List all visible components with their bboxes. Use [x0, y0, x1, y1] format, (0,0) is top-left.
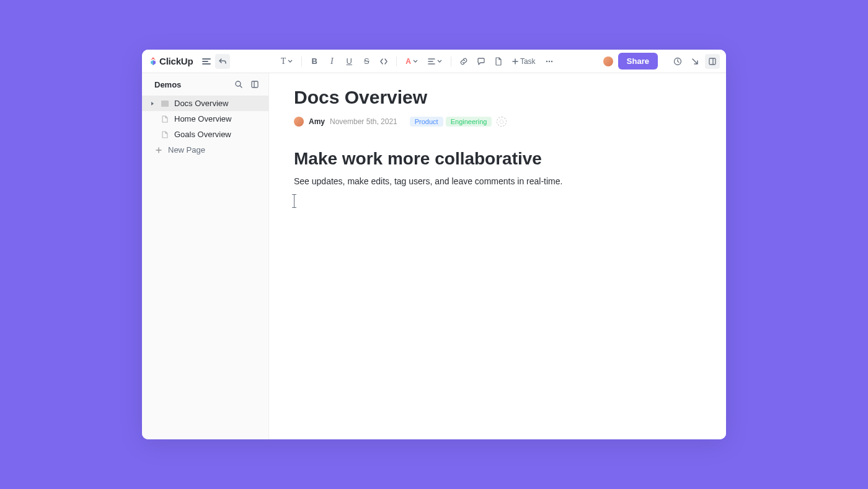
- sidebar-item-label: Home Overview: [174, 114, 231, 123]
- tag[interactable]: Product: [410, 117, 443, 127]
- sidebar-header: Demos: [142, 73, 268, 96]
- separator: [301, 56, 302, 66]
- history-button[interactable]: [670, 54, 685, 69]
- doc-meta: Amy November 5th, 2021 ProductEngineerin…: [294, 117, 701, 127]
- doc-date: November 5th, 2021: [330, 117, 397, 126]
- more-options-button[interactable]: [542, 54, 557, 69]
- toolbar-right: [670, 54, 720, 69]
- undo-button[interactable]: [215, 54, 230, 69]
- share-button[interactable]: Share: [618, 53, 658, 70]
- bold-button[interactable]: B: [307, 54, 322, 69]
- svg-rect-4: [709, 58, 715, 65]
- add-task-button[interactable]: Task: [508, 54, 539, 69]
- toolbar-formatting: T B I U S A: [231, 54, 601, 69]
- document[interactable]: Docs Overview Amy November 5th, 2021 Pro…: [269, 73, 726, 439]
- sidebar-item-label: Docs Overview: [174, 99, 228, 108]
- logo-icon: [148, 56, 158, 66]
- comment-button[interactable]: [474, 54, 489, 69]
- doc-title[interactable]: Docs Overview: [294, 87, 701, 108]
- menu-button[interactable]: [199, 54, 214, 69]
- svg-point-2: [551, 60, 552, 61]
- text-cursor-icon: [294, 194, 294, 208]
- logo[interactable]: ClickUp: [148, 56, 193, 66]
- logo-text: ClickUp: [159, 56, 193, 66]
- strikethrough-button[interactable]: S: [359, 54, 374, 69]
- sidebar-search-button[interactable]: [232, 78, 245, 91]
- sidebar-item[interactable]: Goals Overview: [142, 127, 268, 142]
- svg-point-8: [500, 120, 503, 123]
- new-page-label: New Page: [168, 145, 205, 155]
- separator: [396, 56, 397, 66]
- author-name: Amy: [309, 117, 325, 126]
- new-page-button[interactable]: New Page: [142, 142, 268, 158]
- download-button[interactable]: [688, 54, 702, 69]
- app-window: ClickUp T B I U S A: [142, 50, 726, 439]
- page-icon: [161, 115, 169, 123]
- sidebar-item[interactable]: Home Overview: [142, 111, 268, 127]
- svg-rect-7: [161, 101, 169, 107]
- sidebar-list: Docs OverviewHome OverviewGoals Overview: [142, 96, 268, 142]
- svg-point-1: [548, 60, 549, 61]
- sidebar-panel-button[interactable]: [249, 78, 261, 91]
- sidebar-item[interactable]: Docs Overview: [142, 96, 268, 111]
- doc-heading[interactable]: Make work more collaborative: [294, 149, 701, 169]
- sidebar: Demos Docs OverviewHome OverviewGoals Ov…: [142, 73, 269, 439]
- align-button[interactable]: [424, 54, 446, 69]
- page-button[interactable]: [491, 54, 506, 69]
- svg-point-0: [546, 60, 547, 61]
- link-button[interactable]: [456, 54, 471, 69]
- sidebar-title: Demos: [154, 80, 229, 89]
- doc-paragraph[interactable]: See updates, make edits, tag users, and …: [294, 175, 701, 188]
- italic-button[interactable]: I: [324, 54, 339, 69]
- author-avatar[interactable]: [294, 117, 304, 127]
- panel-toggle-button[interactable]: [705, 54, 720, 69]
- text-style-dropdown[interactable]: T: [277, 54, 297, 69]
- caret-icon: [151, 101, 156, 106]
- body: Demos Docs OverviewHome OverviewGoals Ov…: [142, 73, 726, 439]
- add-tag-button[interactable]: [497, 117, 507, 127]
- underline-button[interactable]: U: [342, 54, 356, 69]
- toolbar: ClickUp T B I U S A: [142, 50, 726, 73]
- plus-icon: [154, 147, 163, 153]
- svg-rect-6: [252, 81, 258, 87]
- separator: [451, 56, 451, 66]
- text-color-button[interactable]: A: [402, 54, 422, 69]
- code-button[interactable]: [376, 54, 391, 69]
- user-avatar[interactable]: [603, 56, 613, 66]
- sidebar-item-label: Goals Overview: [174, 130, 231, 139]
- page-icon: [161, 101, 169, 107]
- page-icon: [161, 131, 169, 138]
- tag[interactable]: Engineering: [446, 117, 492, 127]
